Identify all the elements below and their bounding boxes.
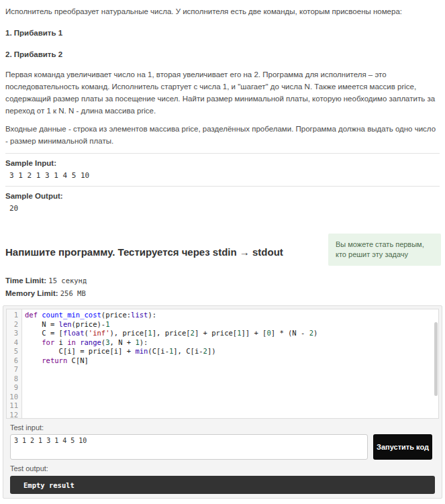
sample-input-value: 3 1 2 1 3 1 4 5 10 [9,171,440,180]
first-solver-notice: Вы можете стать первым, кто решит эту за… [328,234,441,266]
problem-description: Первая команда увеличивает число на 1, в… [5,68,440,117]
run-code-button[interactable]: Запустить код [373,434,432,460]
test-input-field[interactable]: 3 1 2 1 3 1 4 5 10 [10,434,368,460]
editor-code[interactable]: def count_min_cost(price:list): N = len(… [22,309,438,418]
editor-gutter: 123456789101112 [7,309,22,418]
problem-command-1: 1. Прибавить 1 [5,27,440,39]
problem-io-note: Входные данные - строка из элементов мас… [5,123,440,147]
test-output-label: Test output: [10,464,435,472]
problem-command-2: 2. Прибавить 2 [5,48,440,60]
sample-output-label: Sample Output: [5,192,440,200]
time-limit-value: 15 секунд [48,276,87,285]
code-editor[interactable]: 123456789101112 def count_min_cost(price… [6,309,439,419]
test-input-row: 3 1 2 1 3 1 4 5 10 Запустить код [10,434,435,460]
sample-input-label: Sample Input: [5,159,440,167]
editor-scrollbar-thumb[interactable] [434,322,438,396]
solution-panel: 123456789101112 def count_min_cost(price… [3,305,442,499]
test-input-label: Test input: [10,423,435,432]
test-output-bar: Empty result [10,476,435,494]
problem-intro: Исполнитель преобразует натуральные числ… [5,5,440,17]
task-header-row: Напишите программу. Тестируется через st… [5,246,440,260]
time-limit-label: Time Limit: [5,276,46,285]
test-output-value: Empty result [23,481,75,489]
task-page: Исполнитель преобразует натуральные числ… [0,0,445,504]
sample-output-value: 20 [9,204,440,213]
divider [5,153,440,154]
task-heading: Напишите программу. Тестируется через st… [5,246,294,258]
memory-limit-value: 256 MB [60,289,86,297]
memory-limit-label: Memory Limit: [5,289,58,297]
divider [5,186,440,187]
time-limit-line: Time Limit: 15 секунд [5,276,440,285]
memory-limit-line: Memory Limit: 256 MB [5,289,440,297]
